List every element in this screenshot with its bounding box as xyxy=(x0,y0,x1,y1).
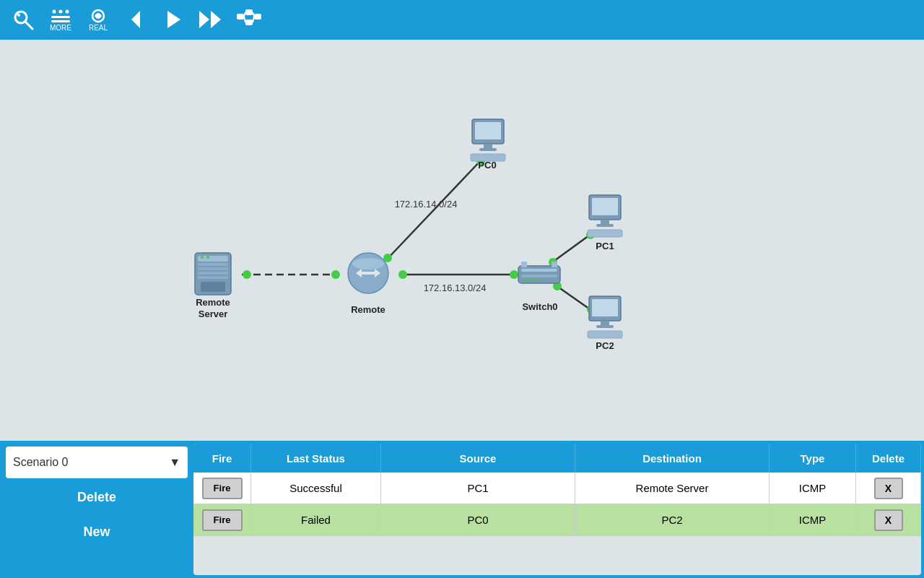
canvas-area: 172.16.13.0/24 172.16.14.0/24 Remote xyxy=(0,40,924,441)
more-label: MORE xyxy=(50,24,71,32)
svg-rect-64 xyxy=(596,224,614,227)
col-type: Type xyxy=(770,444,856,473)
play-button[interactable] xyxy=(156,3,191,38)
svg-point-2 xyxy=(17,14,20,17)
svg-rect-6 xyxy=(51,16,70,18)
row2-status: Failed xyxy=(251,504,381,535)
back-button[interactable] xyxy=(118,3,153,38)
scenario-select[interactable]: Scenario 0 ▼ xyxy=(6,447,188,478)
row1-source: PC1 xyxy=(381,473,575,504)
svg-rect-59 xyxy=(479,148,497,151)
svg-rect-14 xyxy=(245,9,253,15)
real-button[interactable]: REAL xyxy=(81,3,116,38)
pc1-label: PC1 xyxy=(596,241,614,251)
svg-rect-39 xyxy=(198,267,228,270)
svg-point-53 xyxy=(524,279,527,282)
row1-fire-cell: Fire xyxy=(193,473,251,504)
remote-server-device[interactable] xyxy=(195,253,231,295)
col-last-status: Last Status xyxy=(251,444,381,473)
svg-marker-12 xyxy=(211,11,221,28)
svg-line-19 xyxy=(253,12,254,17)
remote-router-label: Remote xyxy=(351,304,385,315)
svg-marker-9 xyxy=(131,11,140,28)
svg-point-4 xyxy=(59,9,63,13)
svg-rect-16 xyxy=(254,14,261,20)
more-button[interactable]: MORE xyxy=(43,3,78,38)
svg-rect-49 xyxy=(521,262,527,267)
svg-rect-13 xyxy=(237,14,244,20)
row2-destination: PC2 xyxy=(575,504,770,535)
svg-rect-63 xyxy=(601,220,609,224)
svg-rect-67 xyxy=(592,299,618,316)
label-172-14: 172.16.14.0/24 xyxy=(395,199,458,210)
switch0-label: Switch0 xyxy=(522,301,557,312)
network-diagram: 172.16.13.0/24 172.16.14.0/24 Remote xyxy=(0,40,924,441)
svg-point-25 xyxy=(398,270,407,279)
remote-router-device[interactable] xyxy=(348,253,388,293)
col-fire: Fire xyxy=(193,444,251,473)
table-row: Fire Failed PC0 PC2 ICMP X xyxy=(193,504,921,536)
svg-point-44 xyxy=(206,256,209,259)
svg-rect-68 xyxy=(601,321,609,325)
svg-rect-62 xyxy=(592,198,618,215)
col-source: Source xyxy=(381,444,575,473)
new-button[interactable]: New xyxy=(6,516,188,548)
svg-marker-11 xyxy=(199,11,209,28)
svg-rect-38 xyxy=(198,263,228,266)
row2-fire-cell: Fire xyxy=(193,504,251,535)
svg-text:Server: Server xyxy=(199,309,227,319)
svg-point-26 xyxy=(510,270,518,279)
svg-point-55 xyxy=(536,279,539,282)
real-label: REAL xyxy=(89,24,108,32)
scenario-dropdown-arrow: ▼ xyxy=(169,456,180,469)
row1-fire-button[interactable]: Fire xyxy=(202,478,243,499)
svg-rect-70 xyxy=(588,331,622,338)
svg-rect-15 xyxy=(245,20,253,25)
svg-rect-57 xyxy=(475,122,501,139)
fast-forward-button[interactable] xyxy=(193,3,228,38)
svg-line-30 xyxy=(552,233,592,262)
inspect-button[interactable] xyxy=(6,3,40,38)
svg-rect-50 xyxy=(552,262,557,267)
svg-rect-42 xyxy=(201,282,225,292)
switch0-device[interactable] xyxy=(518,262,560,283)
svg-point-23 xyxy=(331,270,340,279)
scenario-label: Scenario 0 xyxy=(13,456,69,469)
pc0-device[interactable] xyxy=(471,119,505,161)
svg-rect-51 xyxy=(521,269,557,272)
row2-delete-cell: X xyxy=(856,504,921,535)
table-panel: Fire Last Status Source Destination Type… xyxy=(193,444,921,575)
toolbar: MORE REAL xyxy=(0,0,924,40)
svg-line-1 xyxy=(25,22,32,29)
svg-line-18 xyxy=(244,17,245,22)
svg-rect-58 xyxy=(484,144,492,148)
svg-point-5 xyxy=(66,9,69,13)
svg-rect-65 xyxy=(588,230,622,237)
pc0-label: PC0 xyxy=(478,160,496,171)
svg-rect-52 xyxy=(521,275,557,277)
svg-point-54 xyxy=(530,279,533,282)
row2-delete-button[interactable]: X xyxy=(874,509,903,531)
table-header: Fire Last Status Source Destination Type… xyxy=(193,444,921,473)
svg-rect-40 xyxy=(198,272,228,275)
row1-destination: Remote Server xyxy=(575,473,770,504)
pc2-label: PC2 xyxy=(596,340,614,351)
delete-button[interactable]: Delete xyxy=(6,481,188,513)
label-172-13: 172.16.13.0/24 xyxy=(424,282,487,293)
svg-line-17 xyxy=(244,12,245,17)
svg-point-3 xyxy=(53,9,56,13)
svg-point-43 xyxy=(201,256,204,259)
svg-rect-41 xyxy=(198,276,228,279)
remote-server-label: Remote xyxy=(196,297,230,308)
row2-type: ICMP xyxy=(770,504,856,535)
row1-status: Successful xyxy=(251,473,381,504)
pc1-device[interactable] xyxy=(588,195,622,237)
col-delete: Delete xyxy=(856,444,921,473)
col-destination: Destination xyxy=(575,444,770,473)
svg-point-47 xyxy=(352,258,384,269)
topology-button[interactable] xyxy=(231,3,266,38)
row2-fire-button[interactable]: Fire xyxy=(202,509,243,531)
row1-delete-button[interactable]: X xyxy=(874,478,903,499)
row2-source: PC0 xyxy=(381,504,575,535)
pc2-device[interactable] xyxy=(588,296,622,338)
